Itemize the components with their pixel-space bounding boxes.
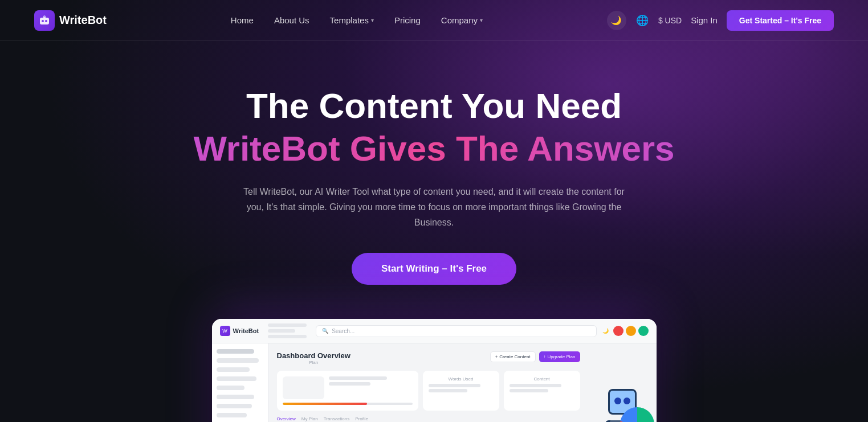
dash-title-area: Dashboard Overview Plan xyxy=(277,351,351,365)
dash-progress-bar xyxy=(283,403,413,405)
dashboard-main: Dashboard Overview Plan + Create Content… xyxy=(269,343,588,422)
plus-icon: + xyxy=(495,354,498,359)
navbar: WriteBot Home About Us Templates ▾ Prici… xyxy=(0,0,868,41)
svg-point-1 xyxy=(42,20,44,22)
navbar-right: 🌙 🌐 $ USD Sign In Get Started – It's Fre… xyxy=(607,10,834,31)
dash-maximize-icon[interactable] xyxy=(638,326,649,336)
dash-search-bar[interactable]: 🔍 Search... xyxy=(316,325,596,337)
dash-stats-cards: Words Used Content xyxy=(277,371,580,411)
dash-action-buttons: + Create Content ↑ Upgrade Plan xyxy=(490,351,580,362)
templates-chevron-icon: ▾ xyxy=(371,17,374,23)
dash-section-subtitle: Plan xyxy=(277,360,351,365)
dash-section-title: Dashboard Overview xyxy=(277,351,351,360)
nav-link-templates[interactable]: Templates ▾ xyxy=(330,15,374,25)
language-flag-icon[interactable]: 🌐 xyxy=(635,14,649,27)
dash-close-icon[interactable] xyxy=(613,326,624,336)
dash-minimize-icon[interactable] xyxy=(626,326,636,336)
sign-in-button[interactable]: Sign In xyxy=(691,15,718,25)
svg-point-4 xyxy=(44,15,46,17)
dashboard-topbar: W WriteBot 🔍 Search... 🌙 xyxy=(212,319,657,343)
dashboard-preview: W WriteBot 🔍 Search... 🌙 xyxy=(212,319,657,422)
dash-tab-overview[interactable]: Overview xyxy=(277,416,296,422)
dashboard-illustration xyxy=(588,343,657,422)
nav-link-pricing[interactable]: Pricing xyxy=(394,15,421,25)
dash-content-header: Dashboard Overview Plan + Create Content… xyxy=(277,351,580,365)
dash-logo-text: WriteBot xyxy=(233,327,259,334)
currency-label[interactable]: $ USD xyxy=(658,16,682,25)
hero-title-line1: The Content You Need xyxy=(11,87,857,125)
arrow-up-icon: ↑ xyxy=(544,354,546,359)
dash-tab-profile[interactable]: Profile xyxy=(355,416,368,422)
nav-link-about[interactable]: About Us xyxy=(274,15,309,25)
hero-title-line2: WriteBot Gives The Answers xyxy=(11,128,857,170)
logo-icon xyxy=(34,10,55,31)
dash-tab-myplan[interactable]: My Plan xyxy=(301,416,318,422)
dashboard-tabs: Overview My Plan Transactions Profile xyxy=(277,416,580,422)
start-writing-button[interactable]: Start Writing – It's Free xyxy=(352,253,516,285)
nav-links: Home About Us Templates ▾ Pricing Compan… xyxy=(231,15,483,25)
hero-section: The Content You Need WriteBot Gives The … xyxy=(0,41,868,422)
pie-chart xyxy=(620,407,654,422)
company-chevron-icon: ▾ xyxy=(480,17,483,23)
dash-tab-transactions[interactable]: Transactions xyxy=(324,416,350,422)
svg-point-2 xyxy=(45,20,47,22)
nav-link-company[interactable]: Company ▾ xyxy=(441,15,483,25)
dash-create-content-button[interactable]: + Create Content xyxy=(490,351,536,362)
dash-logo: W WriteBot xyxy=(220,326,259,336)
dark-mode-toggle[interactable]: 🌙 xyxy=(607,11,626,30)
logo-text: WriteBot xyxy=(59,14,107,27)
svg-rect-0 xyxy=(40,18,49,24)
nav-link-home[interactable]: Home xyxy=(231,15,254,25)
hero-description: Tell WriteBot, our AI Writer Tool what t… xyxy=(235,184,634,231)
dash-window-controls: 🌙 xyxy=(602,326,649,336)
dashboard-sidebar xyxy=(212,343,269,422)
logo-area: WriteBot xyxy=(34,10,107,31)
dash-logo-icon: W xyxy=(220,326,230,336)
dash-main-card xyxy=(277,371,418,411)
dash-upgrade-plan-button[interactable]: ↑ Upgrade Plan xyxy=(539,351,580,362)
dash-stat-card-2: Content xyxy=(504,371,580,411)
get-started-button[interactable]: Get Started – It's Free xyxy=(727,10,834,31)
dashboard-body: Dashboard Overview Plan + Create Content… xyxy=(212,343,657,422)
dash-stat-card-1: Words Used xyxy=(423,371,499,411)
